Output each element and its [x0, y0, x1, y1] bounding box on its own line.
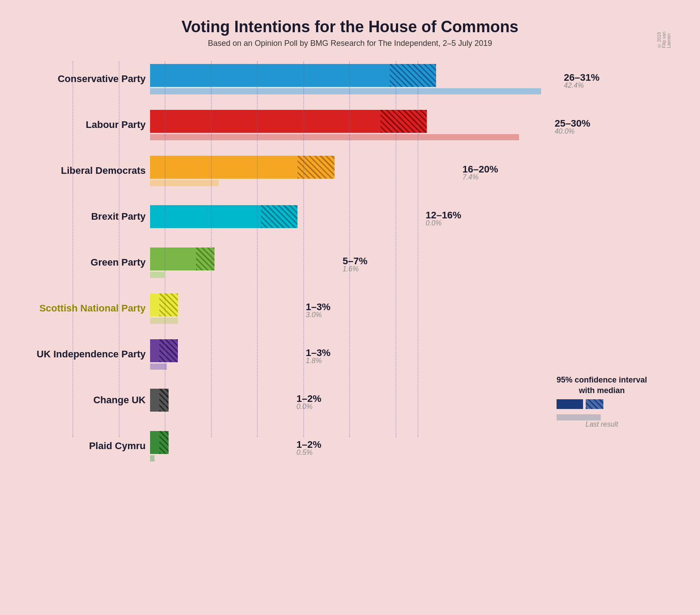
main-bar-2 [150, 156, 674, 179]
legend-title: 95% confidence intervalwith median [557, 375, 647, 396]
solid-bar-4 [150, 248, 196, 270]
main-bar-4 [150, 248, 674, 270]
solid-bar-8 [150, 431, 159, 454]
party-label-2: Liberal Democrats [26, 165, 146, 176]
bars-wrapper-3 [150, 199, 674, 234]
chart-container: Voting Intentions for the House of Commo… [9, 9, 691, 492]
legend-hatched-bar [586, 399, 603, 409]
solid-bar-6 [150, 339, 159, 362]
last-result-bar-4 [150, 272, 165, 278]
main-bar-6 [150, 339, 674, 362]
last-result-label-5: 3.0% [306, 311, 322, 319]
legend-last-result-bar [557, 414, 601, 420]
bars-wrapper-6 [150, 337, 674, 372]
last-result-label-0: 42.4% [564, 82, 584, 90]
hatch-bar-6 [159, 339, 178, 362]
chart-title: Voting Intentions for the House of Commo… [26, 18, 674, 36]
main-bar-1 [150, 110, 674, 133]
main-bar-5 [150, 293, 674, 316]
legend-bar-row [557, 399, 647, 409]
chart-subtitle: Based on an Opinion Poll by BMG Research… [26, 39, 674, 48]
main-bar-8 [150, 431, 674, 454]
last-result-bar-0 [150, 88, 541, 94]
legend-area: 95% confidence intervalwith median Last … [557, 375, 647, 428]
solid-bar-1 [150, 110, 380, 133]
bar-row-scottish-national-party: Scottish National Party1–3%3.0% [150, 291, 674, 326]
party-label-3: Brexit Party [26, 211, 146, 222]
bars-wrapper-1 [150, 107, 674, 142]
last-result-bar-6 [150, 364, 167, 370]
last-result-label-7: 0.0% [297, 403, 312, 411]
party-label-5: Scottish National Party [26, 303, 146, 314]
hatch-bar-0 [390, 64, 436, 87]
ref-line-10 [119, 61, 120, 437]
party-label-7: Change UK [26, 394, 146, 406]
solid-bar-7 [150, 389, 159, 412]
bar-row-labour-party: Labour Party25–30%40.0% [150, 107, 674, 142]
bar-row-green-party: Green Party5–7%1.6% [150, 245, 674, 280]
last-result-bar-1 [150, 134, 519, 140]
solid-bar-2 [150, 156, 297, 179]
party-label-8: Plaid Cymru [26, 440, 146, 452]
hatch-bar-3 [261, 205, 298, 228]
hatch-bar-8 [159, 431, 169, 454]
solid-bar-0 [150, 64, 390, 87]
hatch-bar-1 [380, 110, 426, 133]
bar-row-liberal-democrats: Liberal Democrats16–20%7.4% [150, 153, 674, 188]
party-label-6: UK Independence Party [26, 349, 146, 360]
legend-solid-bar [557, 399, 583, 409]
party-label-1: Labour Party [26, 119, 146, 131]
hatch-bar-4 [196, 248, 215, 270]
bars-wrapper-4 [150, 245, 674, 280]
last-result-label-1: 40.0% [555, 128, 575, 135]
hatch-bar-5 [159, 293, 178, 316]
last-result-label-4: 1.6% [342, 265, 358, 273]
bar-row-brexit-party: Brexit Party12–16%0.0% [150, 199, 674, 234]
copyright: © 2019 Filip van Laenen [657, 31, 671, 48]
last-result-bar-2 [150, 180, 218, 186]
last-result-label-3: 0.0% [425, 219, 441, 227]
bar-row-plaid-cymru: Plaid Cymru1–2%0.5% [150, 428, 674, 464]
ref-line-5 [72, 61, 73, 437]
legend-last-result-label: Last result [586, 420, 618, 428]
bars-wrapper-2 [150, 153, 674, 188]
party-label-0: Conservative Party [26, 73, 146, 85]
party-label-4: Green Party [26, 257, 146, 268]
bars-wrapper-8 [150, 428, 674, 464]
solid-bar-5 [150, 293, 159, 316]
bars-wrapper-5 [150, 291, 674, 326]
last-result-label-2: 7.4% [463, 173, 478, 181]
last-result-label-6: 1.8% [306, 357, 322, 365]
last-result-bar-8 [150, 455, 154, 461]
bar-row-conservative-party: Conservative Party26–31%42.4% [150, 61, 674, 97]
last-result-label-8: 0.5% [297, 449, 312, 457]
chart-area: Conservative Party26–31%42.4%Labour Part… [26, 61, 674, 464]
last-result-bar-5 [150, 318, 178, 324]
hatch-bar-2 [297, 156, 335, 179]
solid-bar-3 [150, 205, 261, 228]
bar-row-uk-independence-party: UK Independence Party1–3%1.8% [150, 337, 674, 372]
hatch-bar-7 [159, 389, 169, 412]
main-bar-3 [150, 205, 674, 228]
